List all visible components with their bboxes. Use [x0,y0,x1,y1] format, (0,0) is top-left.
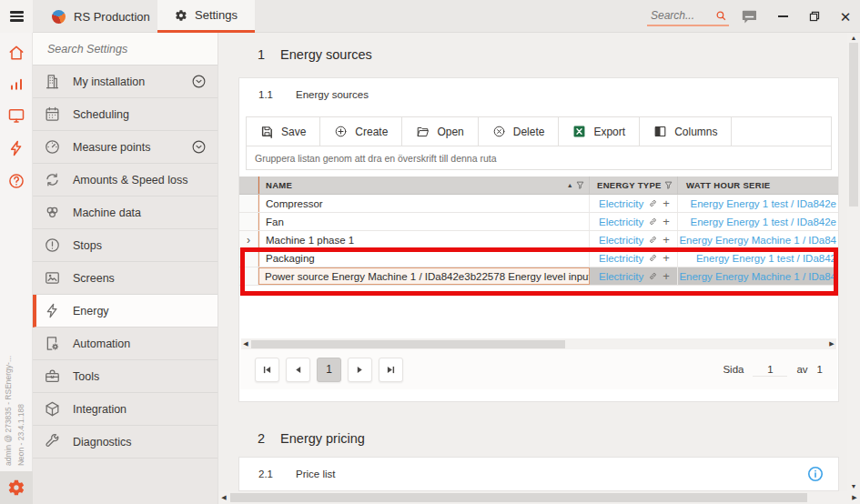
close-button[interactable]: ✕ [832,0,859,33]
previous-page-button[interactable] [286,358,310,382]
scroll-right-arrow-icon[interactable]: ▶ [827,338,836,349]
row-expander-cell[interactable] [239,249,258,267]
export-button[interactable]: Export [559,117,640,146]
scroll-left-arrow-icon[interactable]: ◀ [241,338,250,349]
window-vertical-scrollbar[interactable]: ▲ ▼ [847,33,860,491]
row-expander-cell[interactable] [239,267,258,285]
sidebar-item-energy[interactable]: Energy [33,295,218,328]
cell-name[interactable]: Power source Energy Machine 1 / IDa842e3… [258,267,590,285]
bar-chart-icon[interactable] [7,75,25,93]
window-horizontal-scrollbar[interactable]: ◀ ▶ [218,491,860,504]
link-chain-icon[interactable] [648,217,658,227]
add-icon[interactable]: + [663,270,670,282]
cell-energy-type[interactable]: Electricity + [590,267,678,285]
current-page-button[interactable]: 1 [317,358,341,382]
row-expander-cell[interactable]: › [239,231,258,248]
add-icon[interactable]: + [663,197,670,209]
energy-type-link[interactable]: Electricity [599,271,643,282]
hamburger-menu-button[interactable] [0,0,33,33]
watt-hour-serie-link[interactable]: Energy Energy 1 test / IDa842 [696,253,836,264]
scrollbar-thumb[interactable] [849,43,858,207]
add-icon[interactable]: + [663,216,670,227]
sidebar-item-amounts-speed-loss[interactable]: Amounts & Speed loss [33,164,218,197]
feedback-chat-button[interactable] [735,0,763,33]
columns-button[interactable]: Columns [640,117,732,146]
table-row[interactable]: Packaging Electricity + Energy Energy 1 … [239,249,838,267]
scrollbar-thumb[interactable] [230,493,807,502]
group-by-drop-zone[interactable]: Gruppera listan genom att dra en överskr… [246,146,832,170]
energy-type-link[interactable]: Electricity [599,253,643,264]
search-icon[interactable] [715,10,727,22]
filter-icon[interactable] [664,181,673,189]
sidebar-item-integration[interactable]: Integration [33,393,218,426]
sidebar-item-measure-points[interactable]: Measure points [33,131,218,164]
add-icon[interactable]: + [663,234,670,246]
minimize-button[interactable] [769,0,796,33]
column-header-watt-hour-serie[interactable]: WATT HOUR SERIE [678,176,838,194]
energy-bolt-icon[interactable] [7,139,25,157]
global-search-input[interactable] [649,8,710,23]
cell-name[interactable]: Packaging [258,249,590,267]
scrollbar-thumb[interactable] [251,340,565,348]
cell-watt-hour-serie[interactable]: Energy Energy 1 test / IDa842e [678,195,838,212]
sidebar-item-machine-data[interactable]: Machine data [33,197,218,229]
chevron-down-circle-icon[interactable] [191,74,207,89]
sidebar-item-diagnostics[interactable]: Diagnostics [33,426,218,459]
cell-name[interactable]: Compressor [258,195,590,212]
sidebar-search-input[interactable] [46,42,197,56]
watt-hour-serie-link[interactable]: Energy Energy 1 test / IDa842e [691,198,836,209]
cell-name[interactable]: Fan [258,213,590,230]
sidebar-item-automation[interactable]: Automation [33,328,218,360]
row-expander-cell[interactable] [239,213,258,230]
link-chain-icon[interactable] [648,253,658,263]
energy-type-link[interactable]: Electricity [599,217,643,227]
last-page-button[interactable] [379,358,403,382]
cell-name[interactable]: Machine 1 phase 1 [258,231,590,248]
help-icon[interactable] [7,172,25,190]
link-chain-icon[interactable] [648,198,658,208]
scroll-left-arrow-icon[interactable]: ◀ [218,491,229,504]
filter-icon[interactable] [576,181,584,189]
cell-energy-type[interactable]: Electricity + [590,249,678,267]
chevron-down-circle-icon[interactable] [191,139,207,155]
save-button[interactable]: Save [247,117,320,146]
cell-watt-hour-serie[interactable]: Energy Energy Machine 1 / IDa84 [678,231,838,248]
scroll-right-arrow-icon[interactable]: ▶ [849,491,860,504]
cell-watt-hour-serie[interactable]: Energy Energy 1 test / IDa842e [678,213,838,230]
table-row[interactable]: Compressor Electricity + Energy Energy 1… [239,195,838,213]
first-page-button[interactable] [255,358,279,382]
table-row[interactable]: Power source Energy Machine 1 / IDa842e3… [239,267,838,286]
watt-hour-serie-link[interactable]: Energy Energy 1 test / IDa842e [691,217,836,227]
home-icon[interactable] [7,44,25,62]
sidebar-item-my-installation[interactable]: My installation [33,66,218,98]
info-icon[interactable] [807,466,824,482]
sidebar-item-scheduling[interactable]: Scheduling [33,98,218,131]
sidebar-item-screens[interactable]: Screens [33,262,218,295]
cell-watt-hour-serie[interactable]: Energy Energy 1 test / IDa842 [678,249,838,267]
table-row[interactable]: Fan Electricity + Energy Energy 1 test /… [239,213,838,231]
global-search[interactable] [647,6,729,26]
brand-tab[interactable]: RS Production [33,0,157,33]
column-header-name[interactable]: NAME ▲ [258,176,590,194]
cell-energy-type[interactable]: Electricity + [590,195,678,212]
scroll-down-arrow-icon[interactable]: ▼ [847,481,860,491]
create-button[interactable]: Create [320,117,402,146]
sort-ascending-icon[interactable]: ▲ [567,176,573,194]
sidebar-item-stops[interactable]: Stops [33,229,218,262]
cell-energy-type[interactable]: Electricity + [590,213,678,230]
row-expander-cell[interactable] [239,195,258,212]
link-chain-icon[interactable] [648,235,658,245]
energy-type-link[interactable]: Electricity [599,198,643,209]
page-number-input[interactable] [753,363,787,377]
monitor-icon[interactable] [7,106,25,125]
settings-gear-button[interactable] [0,471,33,504]
next-page-button[interactable] [348,358,372,382]
cell-energy-type[interactable]: Electricity + [590,231,678,248]
tab-settings[interactable]: Settings [157,0,255,33]
restore-button[interactable] [801,0,828,33]
watt-hour-serie-link[interactable]: Energy Energy Machine 1 / IDa84 [679,271,836,282]
table-row[interactable]: › Machine 1 phase 1 Electricity + Energy… [239,231,838,249]
add-icon[interactable]: + [663,252,670,264]
grid-horizontal-scrollbar[interactable]: ◀ ▶ [241,338,836,349]
energy-type-link[interactable]: Electricity [599,235,643,246]
